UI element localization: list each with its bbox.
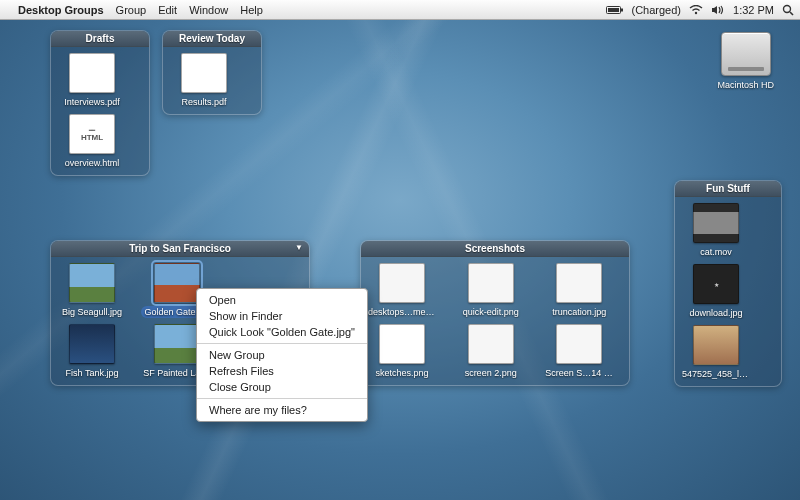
- movie-icon: [693, 203, 739, 243]
- file-item[interactable]: truncation.jpg: [540, 261, 618, 320]
- file-label: quick-edit.png: [459, 306, 523, 318]
- file-label: cat.mov: [696, 246, 736, 258]
- group-fun[interactable]: Fun Stuff cat.mov ★download.jpg 547525_4…: [674, 180, 782, 387]
- image-icon: [468, 324, 514, 364]
- pdf-icon: [69, 53, 115, 93]
- menu-group[interactable]: Group: [116, 4, 147, 16]
- svg-rect-1: [608, 8, 619, 12]
- group-review[interactable]: Review Today Results.pdf: [162, 30, 262, 115]
- file-item[interactable]: sketches.png: [363, 322, 441, 381]
- group-header[interactable]: Drafts: [51, 31, 149, 47]
- ctx-where-files[interactable]: Where are my files?: [197, 402, 367, 418]
- pdf-icon: [181, 53, 227, 93]
- file-label: sketches.png: [371, 367, 432, 379]
- chevron-down-icon[interactable]: ▼: [295, 243, 303, 252]
- file-label: overview.html: [61, 157, 124, 169]
- volume-macintosh-hd[interactable]: Macintosh HD: [713, 32, 778, 91]
- file-item[interactable]: ━━HTML overview.html: [53, 112, 131, 171]
- file-item[interactable]: Fish Tank.jpg: [53, 322, 131, 381]
- group-header[interactable]: Review Today: [163, 31, 261, 47]
- image-icon: [693, 325, 739, 365]
- svg-point-4: [784, 5, 791, 12]
- file-label: 547525_458_lucy.jpg: [678, 368, 754, 380]
- file-label: screen 2.png: [461, 367, 521, 379]
- file-item[interactable]: quick-edit.png: [452, 261, 530, 320]
- file-label: Big Seagull.jpg: [58, 306, 126, 318]
- image-icon: [468, 263, 514, 303]
- ctx-quick-look[interactable]: Quick Look "Golden Gate.jpg": [197, 324, 367, 340]
- spotlight-icon[interactable]: [782, 4, 794, 16]
- app-menu[interactable]: Desktop Groups: [18, 4, 104, 16]
- file-label: Results.pdf: [177, 96, 230, 108]
- volume-label: Macintosh HD: [713, 79, 778, 91]
- group-drafts[interactable]: Drafts Interviews.pdf ━━HTML overview.ht…: [50, 30, 150, 176]
- menu-help[interactable]: Help: [240, 4, 263, 16]
- menu-edit[interactable]: Edit: [158, 4, 177, 16]
- file-label: Fish Tank.jpg: [62, 367, 123, 379]
- battery-icon[interactable]: [606, 5, 624, 15]
- file-item[interactable]: Big Seagull.jpg: [53, 261, 131, 320]
- file-item[interactable]: 547525_458_lucy.jpg: [677, 323, 755, 382]
- svg-line-5: [790, 12, 793, 15]
- group-header[interactable]: Trip to San Francisco ▼: [51, 241, 309, 257]
- file-item[interactable]: screen 2.png: [452, 322, 530, 381]
- volume-icon[interactable]: [711, 5, 725, 15]
- clock[interactable]: 1:32 PM: [733, 4, 774, 16]
- image-icon: [154, 324, 200, 364]
- file-label: desktops…menu.png: [364, 306, 440, 318]
- group-header[interactable]: Screenshots: [361, 241, 629, 257]
- image-icon: [69, 263, 115, 303]
- menu-window[interactable]: Window: [189, 4, 228, 16]
- html-icon: ━━HTML: [69, 114, 115, 154]
- hard-disk-icon: [721, 32, 771, 76]
- image-icon: [379, 324, 425, 364]
- file-item[interactable]: desktops…menu.png: [363, 261, 441, 320]
- file-item[interactable]: ★download.jpg: [677, 262, 755, 321]
- image-icon: [154, 263, 200, 303]
- desktop[interactable]: Macintosh HD Drafts Interviews.pdf ━━HTM…: [0, 20, 800, 500]
- file-label: truncation.jpg: [548, 306, 610, 318]
- image-icon: [556, 263, 602, 303]
- group-screenshots[interactable]: Screenshots desktops…menu.png quick-edit…: [360, 240, 630, 386]
- status-area: (Charged) 1:32 PM: [606, 4, 795, 16]
- file-label: Screen S…14 PM.png: [541, 367, 617, 379]
- image-icon: [379, 263, 425, 303]
- ctx-new-group[interactable]: New Group: [197, 347, 367, 363]
- ctx-separator: [197, 398, 367, 399]
- ctx-close-group[interactable]: Close Group: [197, 379, 367, 395]
- ctx-open[interactable]: Open: [197, 292, 367, 308]
- file-item[interactable]: Results.pdf: [165, 51, 243, 110]
- file-item[interactable]: Screen S…14 PM.png: [540, 322, 618, 381]
- battery-text: (Charged): [632, 4, 682, 16]
- file-label: Interviews.pdf: [60, 96, 124, 108]
- image-icon: [69, 324, 115, 364]
- image-icon: [556, 324, 602, 364]
- file-label: download.jpg: [685, 307, 746, 319]
- menubar: Desktop Groups Group Edit Window Help (C…: [0, 0, 800, 20]
- wifi-icon[interactable]: [689, 5, 703, 15]
- context-menu: Open Show in Finder Quick Look "Golden G…: [196, 288, 368, 422]
- svg-rect-2: [621, 8, 623, 11]
- file-item[interactable]: Interviews.pdf: [53, 51, 131, 110]
- image-icon: ★: [693, 264, 739, 304]
- ctx-separator: [197, 343, 367, 344]
- ctx-show-in-finder[interactable]: Show in Finder: [197, 308, 367, 324]
- group-header[interactable]: Fun Stuff: [675, 181, 781, 197]
- ctx-refresh[interactable]: Refresh Files: [197, 363, 367, 379]
- file-item[interactable]: cat.mov: [677, 201, 755, 260]
- svg-point-3: [695, 11, 697, 13]
